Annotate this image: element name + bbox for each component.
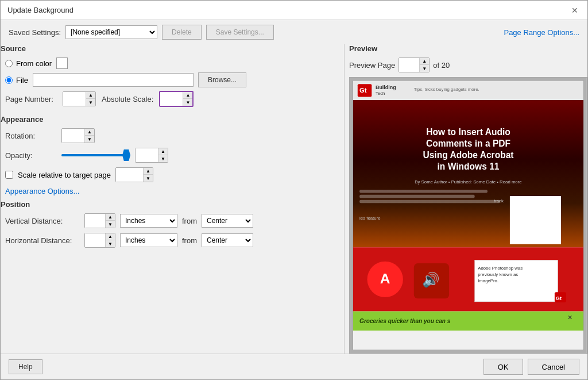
absolute-scale-input[interactable]: 100% bbox=[160, 92, 183, 106]
left-panel: Source From color File bbox=[1, 44, 339, 354]
horizontal-from-label: from bbox=[182, 236, 197, 245]
dialog-title: Update Background bbox=[7, 6, 74, 14]
rotation-input[interactable]: 0° bbox=[62, 129, 85, 143]
page-range-options-link[interactable]: Page Range Options... bbox=[504, 28, 579, 37]
horizontal-unit-select[interactable]: Inches Centimeters Points bbox=[120, 233, 177, 247]
svg-text:Adobe Photoshop was: Adobe Photoshop was bbox=[478, 266, 523, 271]
scale-relative-input[interactable]: 100% bbox=[116, 168, 144, 182]
absolute-scale-spin-buttons: ▲ ▼ bbox=[183, 92, 192, 106]
page-number-up-button[interactable]: ▲ bbox=[86, 92, 95, 99]
vertical-distance-up-button[interactable]: ▲ bbox=[106, 214, 115, 221]
horizontal-center-select[interactable]: Center Left Right bbox=[202, 233, 253, 247]
scale-relative-spin-buttons: ▲ ▼ bbox=[144, 168, 153, 182]
opacity-row: Opacity: 100% ▲ ▼ bbox=[5, 148, 339, 163]
svg-text:A: A bbox=[380, 271, 390, 286]
page-number-input[interactable]: 1 bbox=[63, 92, 86, 106]
rotation-up-button[interactable]: ▲ bbox=[85, 129, 94, 136]
absolute-scale-down-button[interactable]: ▼ bbox=[183, 99, 192, 106]
svg-text:Gt: Gt bbox=[556, 295, 562, 301]
svg-text:Tips, tricks buying gadgets mo: Tips, tricks buying gadgets more. bbox=[414, 87, 479, 92]
source-section: Source From color File bbox=[1, 44, 339, 110]
vertical-distance-spin-buttons: ▲ ▼ bbox=[106, 214, 115, 228]
from-color-radio[interactable] bbox=[5, 60, 13, 67]
absolute-scale-up-button[interactable]: ▲ bbox=[183, 92, 192, 99]
dialog-footer: Help OK Cancel bbox=[1, 354, 587, 379]
horizontal-distance-down-button[interactable]: ▼ bbox=[106, 240, 115, 247]
saved-settings-select[interactable]: [None specified] bbox=[65, 25, 157, 39]
vertical-distance-down-button[interactable]: ▼ bbox=[106, 221, 115, 228]
appearance-section: Appearance Rotation: 0° ▲ ▼ bbox=[1, 115, 339, 195]
svg-text:🔊: 🔊 bbox=[422, 271, 440, 289]
rotation-spin-buttons: ▲ ▼ bbox=[85, 129, 94, 143]
vertical-distance-label: Vertical Distance: bbox=[5, 217, 80, 225]
svg-rect-15 bbox=[359, 195, 475, 198]
opacity-slider-fill bbox=[61, 154, 130, 156]
file-path-input[interactable]: <CURRENT IMAGE> bbox=[33, 73, 194, 87]
cancel-button[interactable]: Cancel bbox=[528, 359, 579, 375]
preview-page-up-button[interactable]: ▲ bbox=[420, 58, 429, 65]
vertical-unit-select[interactable]: Inches Centimeters Points bbox=[120, 214, 177, 228]
page-number-down-button[interactable]: ▼ bbox=[86, 99, 95, 106]
svg-text:track: track bbox=[494, 198, 504, 204]
preview-of-label: of 20 bbox=[433, 61, 450, 70]
opacity-spinner: 100% ▲ ▼ bbox=[135, 148, 168, 163]
opacity-down-button[interactable]: ▼ bbox=[158, 155, 168, 162]
svg-rect-14 bbox=[359, 190, 488, 193]
opacity-slider-container[interactable] bbox=[61, 149, 130, 161]
rotation-down-button[interactable]: ▼ bbox=[85, 136, 94, 143]
scale-relative-up-button[interactable]: ▲ bbox=[144, 168, 153, 175]
position-title: Position bbox=[1, 200, 339, 210]
from-color-label[interactable]: From color bbox=[16, 59, 52, 68]
page-number-row: Page Number: 1 ▲ ▼ Absolute Scale: 100% bbox=[5, 91, 339, 107]
preview-page-label: Preview Page bbox=[349, 61, 395, 70]
preview-page-input[interactable]: 1 bbox=[399, 58, 420, 72]
close-button[interactable]: ✕ bbox=[569, 5, 581, 16]
opacity-up-button[interactable]: ▲ bbox=[158, 148, 168, 155]
main-content: Source From color File bbox=[1, 44, 587, 354]
scale-relative-checkbox[interactable] bbox=[5, 171, 13, 179]
preview-page-row: Preview Page 1 ▲ ▼ of 20 bbox=[349, 57, 587, 72]
vertical-divider bbox=[344, 44, 345, 354]
preview-title: Preview bbox=[349, 44, 587, 53]
horizontal-distance-up-button[interactable]: ▲ bbox=[106, 233, 115, 240]
preview-svg: Gt Building Tech Tips, tricks buying gad… bbox=[350, 78, 587, 353]
horizontal-distance-spin-buttons: ▲ ▼ bbox=[106, 233, 115, 247]
position-section: Position Vertical Distance: 0 ▲ ▼ bbox=[1, 200, 339, 252]
save-settings-button[interactable]: Save Settings... bbox=[206, 25, 274, 40]
scale-relative-down-button[interactable]: ▼ bbox=[144, 175, 153, 182]
vertical-distance-input[interactable]: 0 bbox=[85, 214, 106, 228]
opacity-slider-thumb[interactable] bbox=[122, 149, 130, 161]
file-radio-group: File bbox=[5, 76, 28, 85]
svg-text:Tech: Tech bbox=[376, 91, 385, 96]
preview-page-down-button[interactable]: ▼ bbox=[420, 65, 429, 72]
absolute-scale-label: Absolute Scale: bbox=[102, 95, 153, 103]
right-panel: Preview Preview Page 1 ▲ ▼ of 20 bbox=[349, 44, 587, 354]
page-number-spin-buttons: ▲ ▼ bbox=[86, 92, 95, 106]
color-swatch[interactable] bbox=[56, 57, 68, 69]
svg-text:Using Adobe Acrobat: Using Adobe Acrobat bbox=[423, 150, 513, 160]
scale-relative-label[interactable]: Scale relative to target page bbox=[18, 171, 111, 179]
from-color-row: From color bbox=[5, 57, 339, 69]
source-content: From color File <CURRENT IMAGE> Browse..… bbox=[1, 57, 339, 107]
svg-text:previously known as: previously known as bbox=[478, 272, 518, 277]
delete-button[interactable]: Delete bbox=[162, 25, 202, 40]
opacity-spin-buttons: ▲ ▼ bbox=[158, 148, 168, 162]
help-button[interactable]: Help bbox=[9, 359, 42, 374]
horizontal-distance-input[interactable]: 0 bbox=[85, 233, 106, 247]
update-background-dialog: Update Background ✕ Saved Settings: [Non… bbox=[0, 0, 588, 380]
file-row: File <CURRENT IMAGE> Browse... bbox=[5, 72, 339, 87]
appearance-options-link[interactable]: Appearance Options... bbox=[5, 187, 79, 195]
preview-page-spin-buttons: ▲ ▼ bbox=[420, 58, 429, 72]
ok-button[interactable]: OK bbox=[483, 359, 523, 375]
browse-button[interactable]: Browse... bbox=[198, 72, 246, 87]
opacity-input[interactable]: 100% bbox=[136, 148, 158, 162]
file-radio[interactable] bbox=[5, 76, 13, 84]
vertical-center-select[interactable]: Center Top Bottom bbox=[202, 214, 253, 228]
vertical-distance-spinner: 0 ▲ ▼ bbox=[84, 213, 115, 228]
saved-settings-label: Saved Settings: bbox=[9, 28, 61, 37]
scale-relative-spinner: 100% ▲ ▼ bbox=[115, 167, 153, 182]
horizontal-distance-row: Horizontal Distance: 0 ▲ ▼ Inches Centim… bbox=[5, 233, 339, 248]
preview-inner: Gt Building Tech Tips, tricks buying gad… bbox=[350, 78, 587, 353]
svg-text:Building: Building bbox=[376, 85, 396, 90]
file-label[interactable]: File bbox=[16, 76, 28, 85]
